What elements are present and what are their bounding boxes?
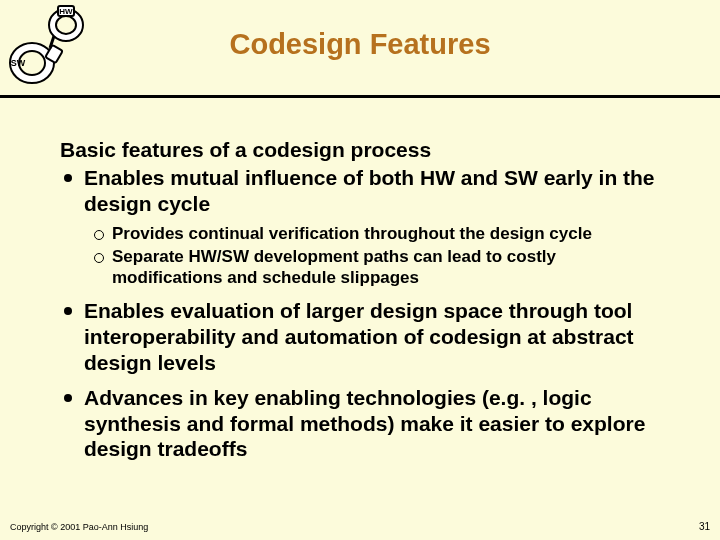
page-number: 31 bbox=[699, 521, 710, 532]
slide-title: Codesign Features bbox=[0, 28, 720, 61]
bullet-1: Enables mutual influence of both HW and … bbox=[84, 165, 670, 288]
bullet-1-text: Enables mutual influence of both HW and … bbox=[84, 166, 655, 215]
hw-label: HW bbox=[59, 7, 73, 16]
bullet-1b: Separate HW/SW development paths can lea… bbox=[112, 247, 670, 288]
title-divider bbox=[0, 95, 720, 98]
bullet-2: Enables evaluation of larger design spac… bbox=[84, 298, 670, 375]
bullet-3: Advances in key enabling technologies (e… bbox=[84, 385, 670, 462]
content-heading: Basic features of a codesign process bbox=[60, 138, 670, 162]
bullet-1a: Provides continual verification througho… bbox=[112, 224, 670, 245]
copyright-text: Copyright © 2001 Pao-Ann Hsiung bbox=[10, 522, 148, 532]
slide-content: Basic features of a codesign process Ena… bbox=[60, 138, 670, 472]
